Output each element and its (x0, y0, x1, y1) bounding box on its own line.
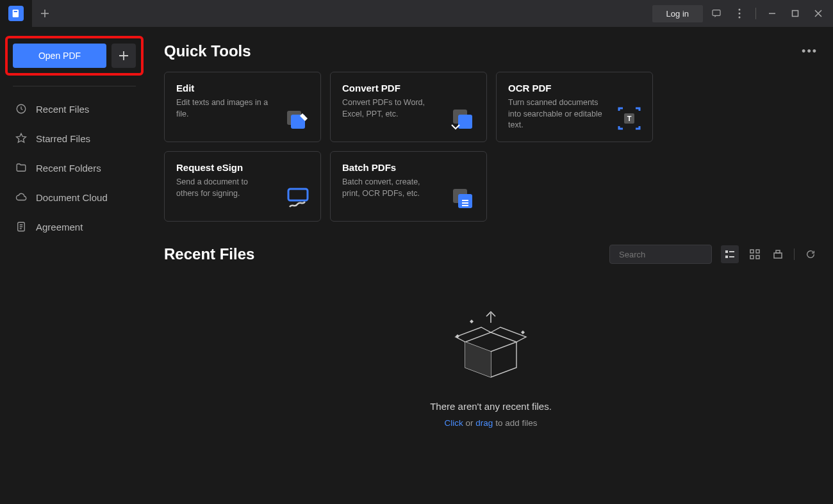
sidebar-item-starred-files[interactable]: Starred Files (0, 124, 149, 153)
quick-tools-title: Quick Tools (164, 42, 251, 60)
open-pdf-highlight: Open PDF (5, 36, 144, 76)
svg-rect-0 (13, 10, 19, 17)
app-logo-icon (8, 6, 24, 21)
svg-point-4 (739, 13, 741, 15)
grid-view-icon[interactable] (748, 247, 762, 261)
svg-rect-19 (725, 250, 728, 253)
open-pdf-button[interactable]: Open PDF (13, 44, 106, 68)
titlebar-right: Log in (652, 4, 833, 23)
close-icon[interactable] (809, 4, 828, 23)
star-icon (15, 133, 27, 144)
search-input[interactable] (619, 250, 727, 259)
svg-point-5 (739, 17, 741, 19)
sidebar-item-label: Recent Folders (36, 163, 101, 174)
ocr-icon: T (615, 104, 643, 133)
tool-card-title: Request eSign (176, 162, 309, 173)
sidebar-item-label: Recent Files (36, 104, 89, 115)
tool-card-desc: Batch convert, create, print, OCR PDFs, … (342, 177, 438, 199)
sidebar-divider (13, 86, 136, 86)
empty-state-text: There aren't any recent files. (164, 401, 818, 412)
titlebar-left (0, 0, 58, 27)
click-link[interactable]: Click (445, 418, 463, 428)
edit-icon (283, 104, 311, 133)
minimize-icon[interactable] (763, 4, 782, 23)
sidebar-item-label: Document Cloud (36, 192, 108, 203)
sidebar-item-recent-files[interactable]: Recent Files (0, 94, 149, 124)
svg-rect-15 (288, 189, 308, 200)
empty-state: There aren't any recent files. Click or … (164, 272, 818, 428)
tool-card-title: Batch PDFs (342, 162, 475, 173)
tool-convert[interactable]: Convert PDF Convert PDFs to Word, Excel,… (330, 72, 487, 142)
refresh-icon[interactable] (804, 247, 818, 261)
sidebar-item-document-cloud[interactable]: Document Cloud (0, 183, 149, 212)
esign-icon (283, 184, 311, 212)
sidebar: Open PDF Recent Files Starred Files Rece… (0, 27, 149, 504)
tool-esign[interactable]: Request eSign Send a document to others … (164, 151, 321, 222)
feedback-icon[interactable] (707, 4, 726, 23)
batch-icon (449, 184, 477, 212)
svg-text:T: T (627, 115, 632, 122)
empty-or-text: or (463, 418, 476, 428)
svg-rect-23 (750, 250, 754, 253)
tool-card-title: Convert PDF (342, 83, 475, 93)
sidebar-item-label: Starred Files (36, 133, 90, 144)
svg-rect-28 (776, 250, 780, 253)
list-view-icon[interactable] (721, 245, 739, 263)
folder-icon (15, 162, 27, 174)
svg-rect-12 (458, 115, 472, 129)
tool-card-title: Edit (176, 83, 309, 93)
login-button[interactable]: Log in (652, 5, 703, 22)
maximize-icon[interactable] (786, 4, 805, 23)
recent-files-title: Recent Files (164, 245, 254, 263)
svg-rect-1 (14, 11, 17, 12)
recent-controls (609, 245, 818, 264)
main-content: Quick Tools ••• Edit Edit texts and imag… (149, 27, 833, 504)
svg-point-3 (739, 9, 741, 11)
search-box[interactable] (609, 245, 712, 264)
tool-card-desc: Edit texts and images in a file. (176, 97, 272, 120)
quick-tools-grid: Edit Edit texts and images in a file. Co… (164, 72, 818, 222)
convert-icon (449, 104, 477, 133)
pin-view-icon[interactable] (771, 247, 785, 261)
svg-rect-20 (729, 251, 734, 252)
create-pdf-button[interactable] (111, 44, 136, 68)
app-home-tab[interactable] (0, 0, 32, 27)
tool-edit[interactable]: Edit Edit texts and images in a file. (164, 72, 321, 142)
svg-rect-21 (725, 256, 728, 258)
tool-ocr[interactable]: OCR PDF Turn scanned documents into sear… (496, 72, 653, 142)
titlebar-divider (755, 8, 756, 19)
cloud-icon (15, 191, 27, 203)
svg-marker-29 (465, 342, 491, 377)
document-icon (15, 221, 27, 232)
sidebar-item-recent-folders[interactable]: Recent Folders (0, 153, 149, 183)
svg-rect-6 (793, 11, 798, 17)
tool-card-desc: Send a document to others for signing. (176, 177, 272, 199)
empty-box-icon (446, 304, 536, 387)
svg-rect-27 (774, 253, 782, 258)
controls-divider (794, 248, 795, 260)
clock-icon (15, 103, 27, 115)
svg-rect-26 (756, 256, 759, 259)
sidebar-item-label: Agreement (36, 222, 83, 232)
tool-card-desc: Convert PDFs to Word, Excel, PPT, etc. (342, 97, 438, 120)
titlebar: Log in (0, 0, 833, 27)
svg-rect-22 (729, 256, 734, 257)
kebab-menu-icon[interactable] (730, 4, 749, 23)
svg-rect-2 (713, 10, 720, 16)
more-tools-icon[interactable]: ••• (802, 45, 818, 58)
svg-rect-25 (750, 256, 754, 259)
sidebar-item-agreement[interactable]: Agreement (0, 212, 149, 241)
empty-state-subtext: Click or drag to add files (164, 418, 818, 428)
svg-rect-24 (756, 250, 759, 253)
tool-card-title: OCR PDF (508, 83, 641, 93)
empty-tail-text: to add files (493, 418, 537, 428)
new-tab-button[interactable] (32, 0, 58, 27)
drag-link[interactable]: drag (475, 418, 493, 428)
tool-batch[interactable]: Batch PDFs Batch convert, create, print,… (330, 151, 487, 222)
tool-card-desc: Turn scanned documents into searchable o… (508, 97, 604, 131)
